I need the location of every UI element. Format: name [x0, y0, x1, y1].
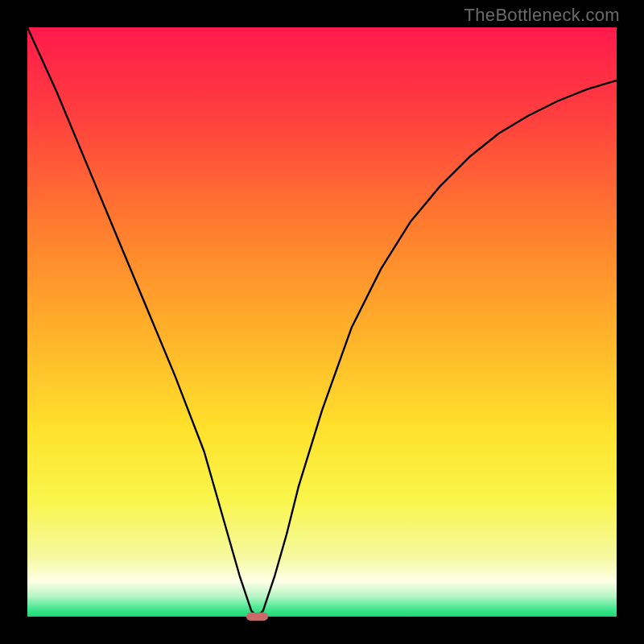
chart-frame: TheBottleneck.com [0, 0, 644, 644]
watermark-label: TheBottleneck.com [464, 5, 620, 26]
svg-rect-0 [27, 27, 617, 617]
optimal-marker [246, 613, 269, 621]
plot-area [27, 27, 617, 617]
gradient-background [27, 27, 617, 617]
